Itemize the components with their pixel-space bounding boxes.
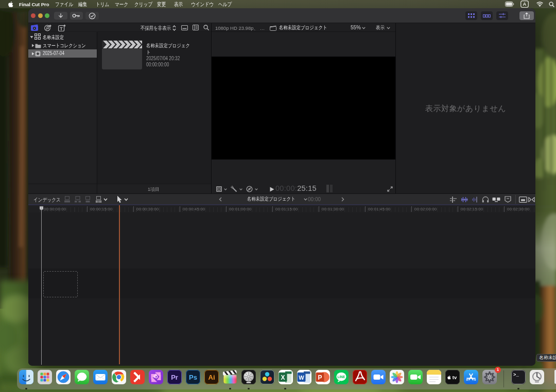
- svg-text:Pr: Pr: [171, 373, 178, 381]
- svg-text:X: X: [281, 374, 285, 381]
- svg-text:tv: tv: [453, 374, 457, 380]
- svg-text:Ai: Ai: [208, 373, 215, 381]
- svg-text:A: A: [523, 1, 527, 7]
- svg-text:LINE: LINE: [338, 375, 345, 379]
- svg-text:>_: >_: [513, 372, 519, 378]
- svg-text:P: P: [318, 374, 322, 381]
- svg-text:W: W: [299, 375, 304, 381]
- svg-text:T: T: [60, 26, 63, 31]
- svg-text:Ps: Ps: [189, 373, 197, 381]
